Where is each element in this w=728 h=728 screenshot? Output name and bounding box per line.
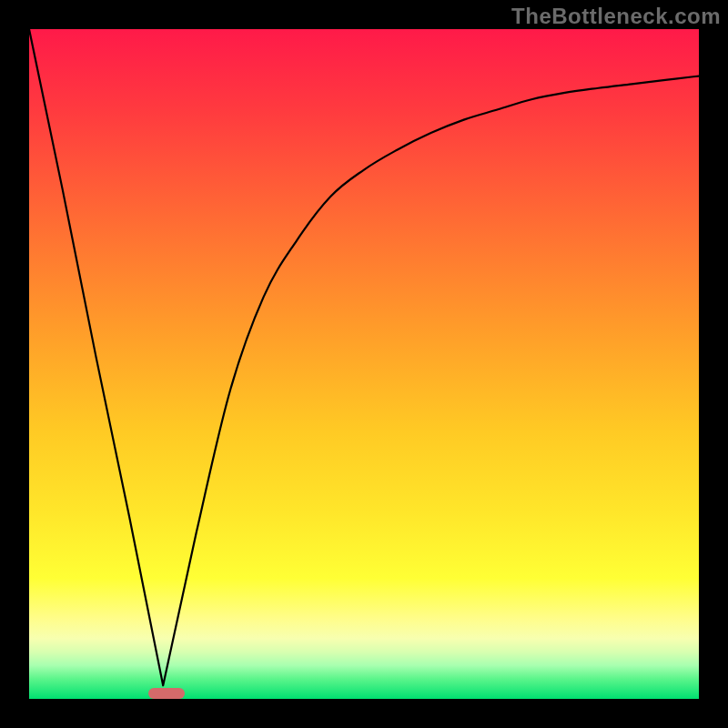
optimum-marker: [148, 688, 185, 699]
chart-frame: TheBottleneck.com: [0, 0, 728, 728]
watermark-text: TheBottleneck.com: [511, 4, 721, 29]
bottleneck-curve: [29, 29, 699, 699]
